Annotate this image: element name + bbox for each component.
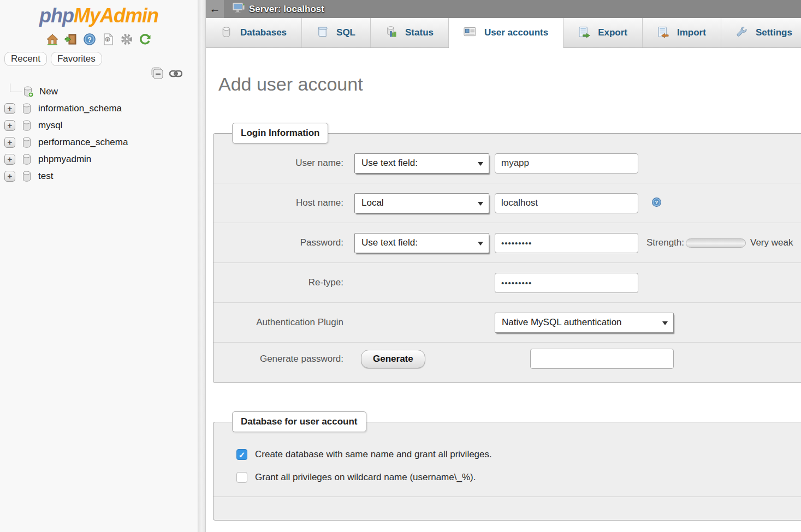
- tree-item-database[interactable]: + test: [0, 168, 198, 184]
- phpmyadmin-logo[interactable]: phpMyAdmin: [0, 4, 198, 27]
- refresh-icon[interactable]: [139, 33, 152, 46]
- password-input[interactable]: [495, 233, 638, 253]
- user-accounts-icon: [464, 26, 476, 39]
- tab-bar: Databases SQL Status User accounts Expor…: [206, 18, 801, 48]
- tree-item-label: test: [38, 171, 53, 182]
- sidebar: phpMyAdmin ? i Recent Favorites: [0, 0, 198, 532]
- database-tree: New + information_schema + mysql + perfo…: [0, 83, 198, 184]
- username-input[interactable]: [495, 153, 638, 174]
- tab-databases[interactable]: Databases: [206, 18, 302, 47]
- tab-import[interactable]: Import: [643, 18, 721, 47]
- strength-text: Very weak: [750, 237, 793, 248]
- login-information-fieldset: Login Information User name: Use text fi…: [213, 123, 801, 383]
- tree-item-database[interactable]: + performance_schema: [0, 134, 198, 151]
- favorites-button[interactable]: Favorites: [51, 52, 102, 66]
- chevron-down-icon: [478, 162, 483, 166]
- password-strength: Strength: Very weak: [646, 237, 793, 248]
- auth-plugin-value: Native MySQL authentication: [502, 317, 622, 328]
- tree-item-new[interactable]: New: [0, 83, 198, 100]
- link-icon[interactable]: [169, 69, 182, 80]
- tab-settings[interactable]: Settings: [721, 18, 801, 47]
- quick-buttons: Recent Favorites: [4, 52, 198, 66]
- password-type-select[interactable]: Use text field:: [354, 233, 489, 253]
- tab-label: Import: [677, 27, 706, 38]
- grant-wildcard-checkbox[interactable]: ✓: [236, 472, 247, 483]
- tree-item-label: New: [39, 86, 58, 97]
- wrench-icon: [736, 26, 747, 40]
- tab-user-accounts[interactable]: User accounts: [449, 18, 563, 48]
- chevron-down-icon: [478, 202, 483, 206]
- tree-connector: [10, 83, 22, 92]
- checkbox-rows: ✓ Create database with same name and gra…: [213, 432, 801, 489]
- hostname-label: Host name:: [213, 198, 343, 208]
- spacer: [213, 383, 801, 411]
- docs-icon[interactable]: i: [102, 33, 115, 46]
- password-type-value: Use text field:: [361, 237, 418, 248]
- database-icon: [21, 153, 33, 165]
- auth-plugin-label: Authentication Plugin: [213, 317, 343, 328]
- tree-item-database[interactable]: + phpmyadmin: [0, 151, 198, 168]
- tab-label: Databases: [240, 27, 287, 38]
- home-icon[interactable]: [46, 33, 59, 46]
- recent-button[interactable]: Recent: [4, 52, 47, 66]
- tree-item-label: performance_schema: [38, 137, 128, 148]
- auth-plugin-select[interactable]: Native MySQL authentication: [495, 313, 674, 333]
- username-type-select[interactable]: Use text field:: [354, 153, 489, 174]
- tab-status[interactable]: Status: [371, 18, 449, 47]
- tree-item-database[interactable]: + mysql: [0, 117, 198, 134]
- section-divider: [213, 497, 801, 518]
- retype-password-input[interactable]: [495, 273, 638, 293]
- import-icon: [657, 26, 669, 40]
- expand-icon[interactable]: +: [4, 171, 15, 182]
- strength-meter: [686, 238, 746, 248]
- tree-item-label: phpmyadmin: [38, 154, 91, 165]
- tab-export[interactable]: Export: [563, 18, 643, 47]
- help-icon[interactable]: ?: [83, 33, 96, 46]
- database-icon: [21, 119, 33, 131]
- username-row: User name: Use text field:: [213, 144, 801, 183]
- tab-sql[interactable]: SQL: [302, 18, 371, 47]
- expand-icon[interactable]: +: [4, 137, 15, 148]
- tab-label: SQL: [336, 27, 355, 38]
- main-panel: ← Server: localhost Databases SQL Status: [206, 0, 801, 532]
- database-icon: [21, 136, 33, 148]
- sql-icon: [317, 26, 328, 40]
- retype-row: Re-type:: [213, 263, 801, 303]
- generate-button[interactable]: Generate: [361, 350, 425, 368]
- database-for-user-legend: Database for user account: [232, 411, 366, 432]
- settings-gear-icon[interactable]: [120, 33, 133, 46]
- checkbox-label: Grant all privileges on wildcard name (u…: [255, 472, 476, 483]
- tab-label: Status: [405, 27, 434, 38]
- database-icon: [21, 103, 33, 115]
- create-database-checkbox[interactable]: ✓: [236, 449, 247, 460]
- generated-password-input[interactable]: [530, 349, 674, 369]
- collapse-all-icon[interactable]: [150, 67, 164, 83]
- generate-password-row: Generate password: Generate: [213, 343, 801, 382]
- tree-controls: [150, 67, 182, 83]
- new-database-icon: [22, 86, 34, 98]
- expand-icon[interactable]: +: [4, 120, 15, 131]
- server-title: Server: localhost: [232, 2, 324, 16]
- hostname-input[interactable]: [495, 193, 638, 213]
- logout-icon[interactable]: [64, 33, 78, 46]
- hostname-help-icon[interactable]: ?: [651, 197, 662, 210]
- tree-item-label: information_schema: [38, 103, 122, 114]
- username-label: User name:: [213, 158, 343, 169]
- tree-item-database[interactable]: + information_schema: [0, 100, 198, 117]
- grant-wildcard-option[interactable]: ✓ Grant all privileges on wildcard name …: [236, 466, 801, 489]
- expand-icon[interactable]: +: [4, 103, 15, 114]
- page-content: Add user account Login Information User …: [206, 74, 801, 521]
- expand-icon[interactable]: +: [4, 154, 15, 165]
- password-row: Password: Use text field: Strength: Very…: [213, 223, 801, 263]
- svg-text:?: ?: [655, 199, 658, 205]
- back-arrow-button[interactable]: ←: [206, 0, 224, 18]
- export-icon: [578, 26, 590, 40]
- chevron-down-icon: [478, 242, 483, 246]
- login-information-legend: Login Information: [232, 123, 328, 144]
- svg-text:?: ?: [87, 36, 91, 44]
- hostname-type-select[interactable]: Local: [354, 193, 489, 213]
- status-icon: [385, 26, 397, 40]
- panel-resize-divider[interactable]: [198, 0, 206, 532]
- strength-label: Strength:: [646, 237, 684, 248]
- create-database-option[interactable]: ✓ Create database with same name and gra…: [236, 443, 801, 466]
